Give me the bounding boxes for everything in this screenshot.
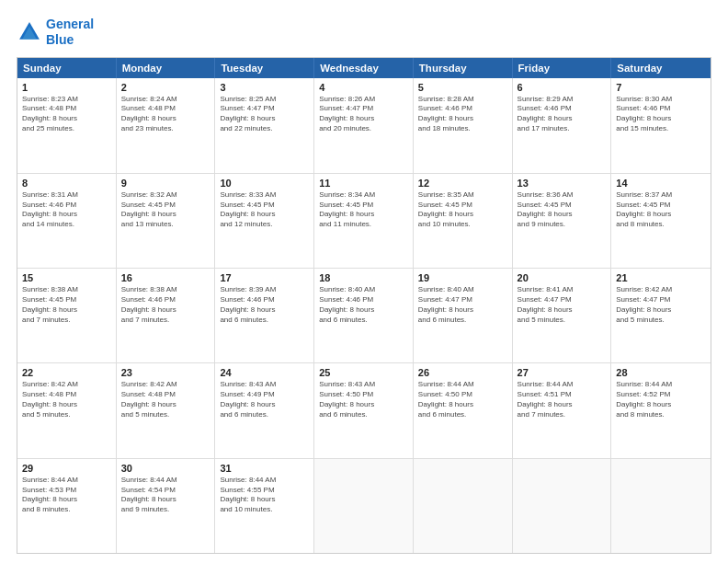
cell-day-number: 31 [220,463,309,474]
cell-day-number: 24 [220,367,309,378]
calendar-cell: 2Sunrise: 8:24 AM Sunset: 4:48 PM Daylig… [117,78,216,173]
cell-day-number: 27 [518,367,607,378]
cell-info: Sunrise: 8:25 AM Sunset: 4:47 PM Dayligh… [220,95,309,134]
cell-info: Sunrise: 8:29 AM Sunset: 4:46 PM Dayligh… [518,95,607,134]
cell-day-number: 20 [518,272,607,283]
cell-day-number: 15 [22,272,111,283]
cell-day-number: 30 [121,463,210,474]
day-header-wednesday: Wednesday [314,58,414,78]
calendar-cell [414,459,513,553]
cell-day-number: 25 [319,367,408,378]
calendar-cell: 1Sunrise: 8:23 AM Sunset: 4:48 PM Daylig… [17,78,117,173]
cell-info: Sunrise: 8:42 AM Sunset: 4:48 PM Dayligh… [121,380,210,419]
calendar: SundayMondayTuesdayWednesdayThursdayFrid… [17,57,711,554]
cell-info: Sunrise: 8:26 AM Sunset: 4:47 PM Dayligh… [319,95,408,134]
calendar-cell: 6Sunrise: 8:29 AM Sunset: 4:46 PM Daylig… [513,78,612,173]
cell-day-number: 1 [22,82,111,93]
logo-icon [17,19,42,45]
calendar-cell: 21Sunrise: 8:42 AM Sunset: 4:47 PM Dayli… [611,269,711,362]
cell-info: Sunrise: 8:34 AM Sunset: 4:45 PM Dayligh… [319,190,408,230]
calendar-cell: 12Sunrise: 8:35 AM Sunset: 4:45 PM Dayli… [414,174,513,268]
calendar-cell: 4Sunrise: 8:26 AM Sunset: 4:47 PM Daylig… [314,78,414,173]
cell-info: Sunrise: 8:44 AM Sunset: 4:52 PM Dayligh… [616,380,706,419]
day-header-saturday: Saturday [611,58,711,78]
cell-info: Sunrise: 8:44 AM Sunset: 4:55 PM Dayligh… [220,476,309,515]
calendar-cell: 27Sunrise: 8:44 AM Sunset: 4:51 PM Dayli… [513,363,612,457]
logo-text: General Blue [46,17,94,48]
calendar-row-5: 29Sunrise: 8:44 AM Sunset: 4:53 PM Dayli… [17,458,711,553]
cell-day-number: 26 [418,367,507,378]
calendar-row-2: 8Sunrise: 8:31 AM Sunset: 4:46 PM Daylig… [17,173,711,268]
day-header-tuesday: Tuesday [215,58,314,78]
cell-info: Sunrise: 8:39 AM Sunset: 4:46 PM Dayligh… [220,285,309,325]
logo: General Blue [17,17,94,48]
cell-info: Sunrise: 8:42 AM Sunset: 4:47 PM Dayligh… [616,285,706,325]
cell-info: Sunrise: 8:35 AM Sunset: 4:45 PM Dayligh… [418,190,507,230]
cell-day-number: 22 [22,367,111,378]
cell-info: Sunrise: 8:44 AM Sunset: 4:53 PM Dayligh… [22,476,111,515]
calendar-cell: 8Sunrise: 8:31 AM Sunset: 4:46 PM Daylig… [17,174,117,268]
cell-day-number: 16 [121,272,210,283]
cell-info: Sunrise: 8:44 AM Sunset: 4:50 PM Dayligh… [418,380,507,419]
calendar-row-1: 1Sunrise: 8:23 AM Sunset: 4:48 PM Daylig… [17,78,711,173]
cell-day-number: 21 [616,272,706,283]
calendar-row-3: 15Sunrise: 8:38 AM Sunset: 4:45 PM Dayli… [17,268,711,362]
calendar-cell: 11Sunrise: 8:34 AM Sunset: 4:45 PM Dayli… [314,174,414,268]
calendar-cell: 17Sunrise: 8:39 AM Sunset: 4:46 PM Dayli… [215,269,314,362]
cell-info: Sunrise: 8:38 AM Sunset: 4:45 PM Dayligh… [22,285,111,325]
calendar-cell: 16Sunrise: 8:38 AM Sunset: 4:46 PM Dayli… [117,269,216,362]
day-header-sunday: Sunday [17,58,117,78]
cell-day-number: 23 [121,367,210,378]
calendar-cell: 23Sunrise: 8:42 AM Sunset: 4:48 PM Dayli… [117,363,216,457]
calendar-row-4: 22Sunrise: 8:42 AM Sunset: 4:48 PM Dayli… [17,362,711,457]
cell-info: Sunrise: 8:30 AM Sunset: 4:46 PM Dayligh… [616,95,706,134]
calendar-cell: 26Sunrise: 8:44 AM Sunset: 4:50 PM Dayli… [414,363,513,457]
calendar-cell: 3Sunrise: 8:25 AM Sunset: 4:47 PM Daylig… [215,78,314,173]
cell-info: Sunrise: 8:43 AM Sunset: 4:50 PM Dayligh… [319,380,408,419]
calendar-cell: 24Sunrise: 8:43 AM Sunset: 4:49 PM Dayli… [215,363,314,457]
cell-info: Sunrise: 8:28 AM Sunset: 4:46 PM Dayligh… [418,95,507,134]
calendar-cell: 5Sunrise: 8:28 AM Sunset: 4:46 PM Daylig… [414,78,513,173]
calendar-cell: 9Sunrise: 8:32 AM Sunset: 4:45 PM Daylig… [117,174,216,268]
cell-day-number: 13 [518,178,607,189]
calendar-body: 1Sunrise: 8:23 AM Sunset: 4:48 PM Daylig… [17,78,711,553]
cell-day-number: 28 [616,367,706,378]
cell-info: Sunrise: 8:44 AM Sunset: 4:51 PM Dayligh… [518,380,607,419]
cell-info: Sunrise: 8:38 AM Sunset: 4:46 PM Dayligh… [121,285,210,325]
calendar-cell: 31Sunrise: 8:44 AM Sunset: 4:55 PM Dayli… [215,459,314,553]
calendar-cell: 7Sunrise: 8:30 AM Sunset: 4:46 PM Daylig… [611,78,711,173]
cell-day-number: 6 [518,82,607,93]
calendar-cell: 18Sunrise: 8:40 AM Sunset: 4:46 PM Dayli… [314,269,414,362]
cell-day-number: 9 [121,178,210,189]
cell-info: Sunrise: 8:24 AM Sunset: 4:48 PM Dayligh… [121,95,210,134]
day-header-friday: Friday [513,58,612,78]
cell-day-number: 5 [418,82,507,93]
calendar-cell: 25Sunrise: 8:43 AM Sunset: 4:50 PM Dayli… [314,363,414,457]
calendar-cell: 29Sunrise: 8:44 AM Sunset: 4:53 PM Dayli… [17,459,117,553]
calendar-cell: 14Sunrise: 8:37 AM Sunset: 4:45 PM Dayli… [611,174,711,268]
cell-info: Sunrise: 8:44 AM Sunset: 4:54 PM Dayligh… [121,476,210,515]
cell-info: Sunrise: 8:40 AM Sunset: 4:46 PM Dayligh… [319,285,408,325]
calendar-cell: 13Sunrise: 8:36 AM Sunset: 4:45 PM Dayli… [513,174,612,268]
cell-info: Sunrise: 8:32 AM Sunset: 4:45 PM Dayligh… [121,190,210,230]
header: General Blue [17,17,711,48]
cell-info: Sunrise: 8:23 AM Sunset: 4:48 PM Dayligh… [22,95,111,134]
logo-general: General [46,17,94,31]
calendar-cell: 19Sunrise: 8:40 AM Sunset: 4:47 PM Dayli… [414,269,513,362]
calendar-cell [314,459,414,553]
cell-day-number: 11 [319,178,408,189]
cell-day-number: 29 [22,463,111,474]
cell-day-number: 10 [220,178,309,189]
day-header-monday: Monday [117,58,216,78]
cell-day-number: 3 [220,82,309,93]
logo-blue: Blue [46,32,74,47]
cell-info: Sunrise: 8:43 AM Sunset: 4:49 PM Dayligh… [220,380,309,419]
cell-info: Sunrise: 8:41 AM Sunset: 4:47 PM Dayligh… [518,285,607,325]
cell-day-number: 19 [418,272,507,283]
cell-info: Sunrise: 8:42 AM Sunset: 4:48 PM Dayligh… [22,380,111,419]
cell-day-number: 12 [418,178,507,189]
cell-day-number: 14 [616,178,706,189]
cell-day-number: 2 [121,82,210,93]
day-header-thursday: Thursday [414,58,513,78]
cell-day-number: 4 [319,82,408,93]
